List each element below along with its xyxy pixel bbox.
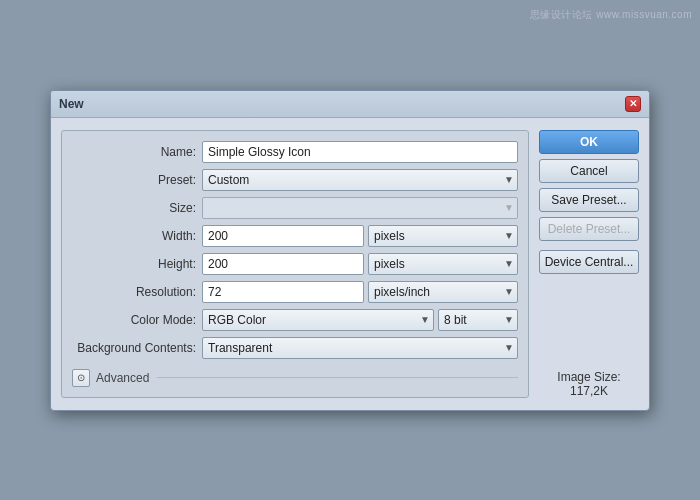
dialog-title: New <box>59 97 84 111</box>
resolution-input-group: pixels/inch pixels/cm ▼ <box>202 281 518 303</box>
name-label: Name: <box>72 145 202 159</box>
resolution-input[interactable] <box>202 281 364 303</box>
left-panel: Name: Preset: Custom Default Photoshop S… <box>61 130 529 398</box>
save-preset-button[interactable]: Save Preset... <box>539 188 639 212</box>
width-unit-select[interactable]: pixels inches cm mm <box>368 225 518 247</box>
bg-contents-row: Background Contents: Transparent White B… <box>72 337 518 359</box>
size-select-wrapper: ▼ <box>202 197 518 219</box>
height-unit-wrapper: pixels inches cm mm ▼ <box>368 253 518 275</box>
image-size-label: Image Size: <box>539 370 639 384</box>
preset-row: Preset: Custom Default Photoshop Size Le… <box>72 169 518 191</box>
ok-button[interactable]: OK <box>539 130 639 154</box>
watermark: 思缘设计论坛 www.missvuan.com <box>530 8 692 22</box>
bg-contents-label: Background Contents: <box>72 341 202 355</box>
width-input[interactable] <box>202 225 364 247</box>
height-unit-select[interactable]: pixels inches cm mm <box>368 253 518 275</box>
width-unit-wrapper: pixels inches cm mm ▼ <box>368 225 518 247</box>
right-panel: OK Cancel Save Preset... Delete Preset..… <box>539 130 639 398</box>
name-input[interactable] <box>202 141 518 163</box>
image-size-value: 117,2K <box>539 384 639 398</box>
resolution-unit-select[interactable]: pixels/inch pixels/cm <box>368 281 518 303</box>
size-select[interactable] <box>202 197 518 219</box>
preset-label: Preset: <box>72 173 202 187</box>
height-label: Height: <box>72 257 202 271</box>
image-size-section: Image Size: 117,2K <box>539 352 639 398</box>
color-mode-row: Color Mode: Bitmap Grayscale RGB Color C… <box>72 309 518 331</box>
advanced-divider <box>157 377 518 378</box>
cancel-button[interactable]: Cancel <box>539 159 639 183</box>
bit-depth-select[interactable]: 8 bit 16 bit 32 bit <box>438 309 518 331</box>
color-mode-group: Bitmap Grayscale RGB Color CMYK Color La… <box>202 309 518 331</box>
size-label: Size: <box>72 201 202 215</box>
height-row: Height: pixels inches cm mm ▼ <box>72 253 518 275</box>
advanced-toggle-button[interactable]: ⊙ <box>72 369 90 387</box>
height-input[interactable] <box>202 253 364 275</box>
width-row: Width: pixels inches cm mm ▼ <box>72 225 518 247</box>
title-bar: New ✕ <box>51 91 649 118</box>
bg-contents-select-wrapper: Transparent White Background Color ▼ <box>202 337 518 359</box>
resolution-row: Resolution: pixels/inch pixels/cm ▼ <box>72 281 518 303</box>
advanced-row: ⊙ Advanced <box>72 365 518 387</box>
name-row: Name: <box>72 141 518 163</box>
resolution-unit-wrapper: pixels/inch pixels/cm ▼ <box>368 281 518 303</box>
bit-depth-select-wrapper: 8 bit 16 bit 32 bit ▼ <box>438 309 518 331</box>
size-row: Size: ▼ <box>72 197 518 219</box>
new-dialog: New ✕ Name: Preset: Custom Default Photo… <box>50 90 650 411</box>
close-button[interactable]: ✕ <box>625 96 641 112</box>
color-mode-select-wrapper: Bitmap Grayscale RGB Color CMYK Color La… <box>202 309 434 331</box>
color-mode-label: Color Mode: <box>72 313 202 327</box>
bg-contents-select[interactable]: Transparent White Background Color <box>202 337 518 359</box>
dialog-body: Name: Preset: Custom Default Photoshop S… <box>51 118 649 410</box>
height-input-group: pixels inches cm mm ▼ <box>202 253 518 275</box>
advanced-label: Advanced <box>96 371 149 385</box>
device-central-button[interactable]: Device Central... <box>539 250 639 274</box>
preset-select-wrapper: Custom Default Photoshop Size Letter A4 … <box>202 169 518 191</box>
preset-select[interactable]: Custom Default Photoshop Size Letter A4 <box>202 169 518 191</box>
color-mode-select[interactable]: Bitmap Grayscale RGB Color CMYK Color La… <box>202 309 434 331</box>
width-input-group: pixels inches cm mm ▼ <box>202 225 518 247</box>
resolution-label: Resolution: <box>72 285 202 299</box>
width-label: Width: <box>72 229 202 243</box>
delete-preset-button[interactable]: Delete Preset... <box>539 217 639 241</box>
spacer <box>539 279 639 347</box>
